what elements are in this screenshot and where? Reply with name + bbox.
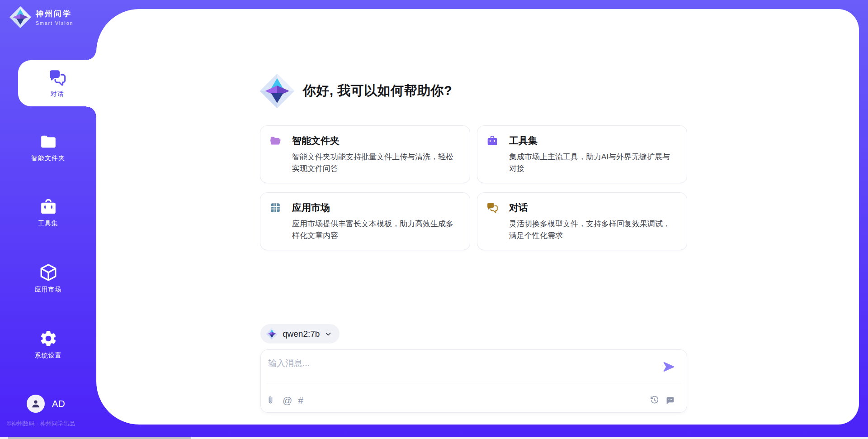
chevron-down-icon — [324, 330, 332, 338]
card-description: 应用市场提供丰富长文本模板，助力高效生成多样化文章内容 — [292, 218, 459, 242]
card-title: 应用市场 — [292, 201, 330, 214]
avatar[interactable] — [27, 395, 45, 413]
user-profile[interactable]: AD — [27, 395, 66, 413]
feature-card-chat[interactable]: 对话 灵活切换多模型文件，支持多样回复效果调试，满足个性化需求 — [477, 192, 687, 250]
greeting-section: 你好, 我可以如何帮助你? — [259, 73, 452, 109]
briefcase-icon — [486, 135, 498, 147]
quick-reply-button[interactable] — [665, 396, 675, 405]
grid-cube-icon — [269, 202, 281, 214]
tab-fillet-top — [86, 50, 96, 60]
brand-diamond-icon — [9, 6, 32, 29]
send-button[interactable] — [663, 361, 675, 373]
gear-icon — [39, 329, 58, 348]
briefcase-icon — [39, 198, 57, 216]
user-icon — [30, 398, 41, 409]
folder-open-icon — [269, 135, 281, 147]
sidebar-item-label: 智能文件夹 — [31, 154, 65, 162]
tab-fillet-bottom — [86, 106, 96, 116]
card-title: 智能文件夹 — [292, 134, 340, 147]
feature-card-toolset[interactable]: 工具集 集成市场上主流工具，助力AI与外界无缝扩展与对接 — [477, 125, 687, 183]
send-icon — [663, 361, 675, 373]
horizontal-scrollbar-thumb[interactable] — [8, 437, 191, 439]
model-selector[interactable]: qwen2:7b — [260, 324, 340, 344]
hashtag-button[interactable]: # — [298, 396, 303, 405]
composer-toolbar: @ # — [267, 395, 675, 405]
sidebar-item-label: 对话 — [51, 90, 64, 98]
paperclip-icon — [267, 396, 277, 405]
feature-card-app-market[interactable]: 应用市场 应用市场提供丰富长文本模板，助力高效生成多样化文章内容 — [260, 192, 470, 250]
app-logo: 神州问学 Smart Vision — [9, 6, 73, 29]
feature-card-grid: 智能文件夹 智能文件夹功能支持批量文件上传与清洗，轻松实现文件问答 工具集 集成… — [260, 125, 687, 250]
sidebar-item-smart-folder[interactable]: 智能文件夹 — [0, 133, 96, 162]
copyright-text: ©神州数码 · 神州问学出品 — [7, 420, 75, 428]
composer-divider — [266, 383, 681, 383]
sidebar-item-toolset[interactable]: 工具集 — [0, 198, 96, 228]
folder-icon — [39, 133, 57, 151]
history-icon — [650, 395, 660, 405]
assistant-diamond-icon — [259, 73, 295, 109]
card-description: 集成市场上主流工具，助力AI与外界无缝扩展与对接 — [509, 151, 676, 175]
brand-name: 神州问学 — [36, 9, 73, 19]
model-name: qwen2:7b — [283, 329, 320, 339]
sidebar-item-app-market[interactable]: 应用市场 — [0, 263, 96, 294]
model-logo-icon — [266, 328, 278, 340]
sidebar-item-chat[interactable]: 对话 — [18, 60, 96, 106]
user-name: AD — [52, 399, 66, 409]
feature-card-smart-folder[interactable]: 智能文件夹 智能文件夹功能支持批量文件上传与清洗，轻松实现文件问答 — [260, 125, 470, 183]
message-composer: @ # — [260, 349, 687, 413]
sidebar-item-label: 系统设置 — [35, 352, 62, 360]
history-button[interactable] — [650, 395, 660, 405]
sidebar-item-label: 工具集 — [38, 220, 58, 228]
chat-icon — [48, 69, 66, 87]
card-title: 工具集 — [509, 134, 538, 147]
brand-subtitle: Smart Vision — [36, 20, 73, 26]
greeting-title: 你好, 我可以如何帮助你? — [303, 82, 452, 100]
mention-button[interactable]: @ — [283, 396, 292, 405]
sidebar-item-label: 应用市场 — [35, 286, 62, 294]
chat-icon — [486, 202, 498, 214]
attach-file-button[interactable] — [267, 396, 277, 405]
sidebar-item-settings[interactable]: 系统设置 — [0, 329, 96, 360]
horizontal-scrollbar[interactable] — [0, 437, 868, 439]
card-description: 灵活切换多模型文件，支持多样回复效果调试，满足个性化需求 — [509, 218, 676, 242]
card-description: 智能文件夹功能支持批量文件上传与清洗，轻松实现文件问答 — [292, 151, 459, 175]
hashtag-icon: # — [298, 396, 303, 405]
main-panel: 你好, 我可以如何帮助你? 智能文件夹 智能文件夹功能支持批量文件上传与清洗，轻… — [96, 9, 859, 425]
cube-icon — [39, 263, 58, 282]
message-input[interactable] — [268, 356, 652, 371]
chat-bubble-icon — [665, 396, 675, 405]
mention-icon: @ — [283, 396, 292, 405]
card-title: 对话 — [509, 201, 528, 214]
